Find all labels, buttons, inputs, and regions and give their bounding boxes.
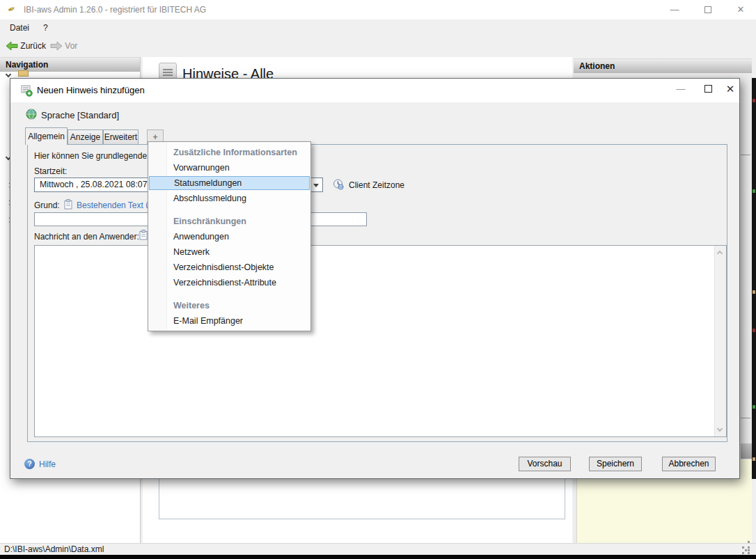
navigation-panel-header: Navigation — [0, 57, 140, 72]
popup-spacer — [148, 206, 310, 214]
actions-tick-2 — [741, 418, 750, 418]
paste-text-icon — [64, 199, 73, 210]
startzeit-value: Mittwoch , 25.08.2021 08:07 — [35, 180, 148, 189]
dialog-close-button[interactable]: ✕ — [718, 79, 742, 100]
popup-spacer — [148, 290, 310, 298]
main-close-button[interactable]: ✕ — [725, 0, 756, 19]
help-icon[interactable]: ? — [24, 459, 35, 469]
main-minimize-button[interactable]: — — [659, 0, 690, 19]
popup-header-informationsarten: Zusätzliche Informationsarten — [148, 145, 310, 160]
app-icon: ✒ — [6, 2, 17, 15]
intro-text: Hier können Sie grundlegende Ei — [34, 151, 157, 161]
main-menubar: Datei ? — [0, 19, 756, 36]
forward-button[interactable]: Vor — [50, 39, 77, 53]
tab-erweitert[interactable]: Erweitert — [103, 129, 139, 144]
popup-item-anwendungen[interactable]: Anwendungen — [148, 229, 310, 244]
scroll-up-icon[interactable] — [717, 251, 723, 256]
popup-item-verzeichnisdienst-attribute[interactable]: Verzeichnisdienst-Attribute — [148, 275, 310, 290]
tab-anzeige[interactable]: Anzeige — [68, 129, 103, 144]
startzeit-label: Startzeit: — [34, 166, 67, 176]
back-button-label: Zurück — [20, 41, 46, 51]
statusbar: D:\IBI-aws\Admin\Data.xml — [0, 543, 756, 555]
dialog-note-add-icon — [21, 85, 33, 97]
tab-allgemein-panel: Hier können Sie grundlegende Ei Startzei… — [27, 144, 727, 442]
dialog-titlebar: Neuen Hinweis hinzufügen — ✕ — [10, 79, 739, 102]
textarea-scrollbar[interactable] — [714, 246, 726, 436]
background-window-sliver — [752, 78, 756, 479]
popup-item-email-empfaenger[interactable]: E-Mail Empfänger — [148, 313, 310, 329]
resize-grip[interactable] — [742, 546, 744, 549]
scroll-down-icon[interactable] — [717, 426, 723, 432]
menu-datei[interactable]: Datei — [6, 22, 33, 34]
client-timezone-label[interactable]: Client Zeitzone — [349, 180, 404, 190]
forward-button-label: Vor — [65, 41, 77, 51]
grund-uebernehmen-link[interactable]: Bestehenden Text üb — [77, 200, 155, 210]
speichern-button[interactable]: Speichern — [589, 457, 642, 471]
popup-item-verzeichnisdienst-objekte[interactable]: Verzeichnisdienst-Objekte — [148, 260, 310, 275]
dialog-maximize-button[interactable] — [696, 79, 720, 100]
main-titlebar: ✒ IBI-aws Admin 1.26.0 - registriert für… — [0, 0, 756, 19]
popup-header-weiteres: Weiteres — [148, 298, 310, 313]
nachricht-label: Nachricht an den Anwender: — [34, 232, 139, 242]
actions-tick-1 — [741, 155, 750, 155]
popup-header-einschraenkungen: Einschränkungen — [148, 214, 310, 229]
language-globe-icon — [26, 109, 37, 120]
actions-scrollbar-thumb[interactable] — [741, 443, 752, 459]
popup-item-vorwarnungen[interactable]: Vorwarnungen — [148, 160, 310, 175]
help-link[interactable]: Hilfe — [39, 459, 56, 469]
popup-item-netzwerk[interactable]: Netzwerk — [148, 244, 310, 260]
app-root: ✒ IBI-aws Admin 1.26.0 - registriert für… — [0, 0, 756, 559]
actions-panel-header: Aktionen — [574, 58, 752, 73]
main-toolbar: Zurück Vor — [0, 36, 756, 57]
vorschau-button[interactable]: Vorschau — [519, 457, 571, 471]
menu-help[interactable]: ? — [39, 22, 52, 34]
tree-expanded-icon[interactable] — [6, 69, 10, 79]
dialog-title: Neuen Hinweis hinzufügen — [37, 85, 145, 95]
dialog-minimize-button[interactable]: — — [669, 79, 693, 100]
startzeit-dropdown-icon[interactable] — [310, 179, 322, 191]
informationsarten-popup-menu: Zusätzliche Informationsarten Vorwarnung… — [148, 141, 311, 331]
main-maximize-button[interactable] — [693, 0, 723, 19]
abbrechen-button[interactable]: Abbrechen — [662, 457, 716, 471]
client-timezone-icon — [333, 179, 344, 190]
bottom-edge — [0, 555, 756, 559]
nachricht-textarea[interactable] — [34, 245, 727, 437]
main-window-title: IBI-aws Admin 1.26.0 - registriert für I… — [24, 5, 206, 15]
back-arrow-icon — [6, 41, 18, 51]
language-label[interactable]: Sprache [Standard] — [41, 110, 119, 120]
forward-arrow-icon — [50, 41, 63, 51]
tab-allgemein[interactable]: Allgemein — [25, 127, 68, 145]
grund-label: Grund: — [34, 200, 60, 210]
back-button[interactable]: Zurück — [6, 39, 46, 53]
statusbar-path: D:\IBI-aws\Admin\Data.xml — [4, 544, 104, 554]
add-note-dialog: Neuen Hinweis hinzufügen — ✕ Sprache [St… — [10, 78, 740, 479]
popup-item-statusmeldungen-selected[interactable]: Statusmeldungen — [149, 176, 310, 190]
tree-node-icon — [18, 70, 29, 77]
popup-item-abschlussmeldung[interactable]: Abschlussmeldung — [148, 191, 310, 206]
